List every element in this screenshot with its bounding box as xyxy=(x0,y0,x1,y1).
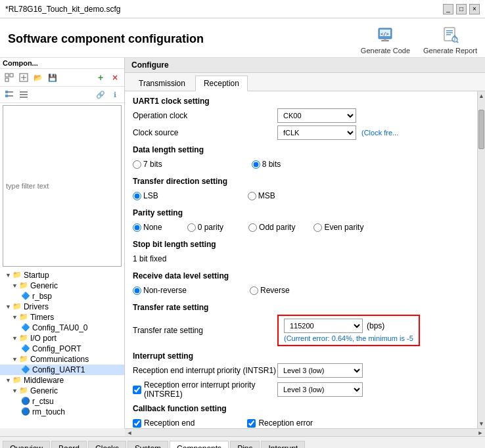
tree-item-middleware[interactable]: ▼ 📁 Middleware xyxy=(0,375,124,386)
tab-clocks[interactable]: Clocks xyxy=(88,441,126,448)
radio-reverse-label: Reverse xyxy=(260,286,290,295)
tree-item-communications[interactable]: ▼ 📁 Communications xyxy=(0,354,124,365)
svg-line-10 xyxy=(457,41,458,43)
tree-item-generic-middleware[interactable]: ▼ 📁 Generic xyxy=(0,386,124,396)
tab-board[interactable]: Board xyxy=(51,441,87,448)
interrupt-error-checkbox[interactable] xyxy=(133,386,141,394)
tab-transmission[interactable]: Transmission xyxy=(130,76,194,91)
callback-reception-end-checkbox[interactable] xyxy=(133,419,141,428)
list-view-btn[interactable] xyxy=(17,88,30,101)
hscroll-left-arrow[interactable]: ◄ xyxy=(125,429,134,437)
radio-8bits-input[interactable] xyxy=(252,160,260,169)
svg-rect-19 xyxy=(5,95,8,97)
radio-non-reverse-input[interactable] xyxy=(133,286,141,295)
generate-report-button[interactable]: Generate Report xyxy=(423,24,477,55)
tab-pins[interactable]: Pins xyxy=(230,441,260,448)
tree-item-startup[interactable]: ▼ 📁 Startup xyxy=(0,270,124,280)
radio-reverse[interactable]: Reverse xyxy=(250,286,290,295)
radio-odd-input[interactable] xyxy=(248,223,257,232)
callback-reception-error-label[interactable]: Reception error xyxy=(247,418,313,428)
tab-overview[interactable]: Overview xyxy=(3,441,50,448)
tree-label-mw-generic: Generic xyxy=(30,386,58,395)
info-btn[interactable]: ℹ xyxy=(108,88,122,101)
clock-freq-link[interactable]: (Clock fre... xyxy=(361,129,398,137)
radio-0parity[interactable]: 0 parity xyxy=(187,223,223,232)
title-bar-text: *RL78G16_Touch_kit_demo.scfg xyxy=(5,5,443,14)
interrupt-end-control: Level 3 (low) Level 2 Level 1 Level 0 (h… xyxy=(277,363,469,378)
transfer-rate-select[interactable]: 9600 19200 38400 57600 115200 230400 xyxy=(284,319,363,333)
tree-item-rbsp[interactable]: 🔷 r_bsp xyxy=(0,291,124,302)
radio-none[interactable]: None xyxy=(133,223,162,232)
svg-rect-12 xyxy=(10,74,13,77)
tree-item-rctsu[interactable]: 🔵 r_ctsu xyxy=(0,396,124,407)
callback-reception-error-checkbox[interactable] xyxy=(247,419,256,428)
configure-tabs: Transmission Reception xyxy=(125,73,485,91)
tree-item-drivers[interactable]: ▼ 📁 Drivers xyxy=(0,302,124,312)
tree-view-btn[interactable] xyxy=(3,88,16,101)
minimize-btn[interactable]: _ xyxy=(443,4,453,14)
interrupt-end-select[interactable]: Level 3 (low) Level 2 Level 1 Level 0 (h… xyxy=(277,363,363,378)
scrollbar-up-arrow[interactable]: ▲ xyxy=(478,91,485,101)
tab-reception[interactable]: Reception xyxy=(195,76,248,91)
radio-non-reverse[interactable]: Non-reverse xyxy=(133,286,187,295)
hscroll-right-arrow[interactable]: ► xyxy=(476,429,485,437)
sidebar-remove-btn[interactable]: × xyxy=(108,71,122,84)
file-icon: 🔵 xyxy=(21,407,30,416)
interrupt-error-checkbox-label[interactable]: Reception error interrupt priority (INTS… xyxy=(133,380,277,399)
radio-even[interactable]: Even parity xyxy=(313,223,363,232)
tree-label-rctsu: r_ctsu xyxy=(32,397,54,406)
tree-item-config-uart1[interactable]: 🔷 Config_UART1 xyxy=(0,365,124,375)
radio-0parity-input[interactable] xyxy=(187,223,196,232)
tab-interrupt[interactable]: Interrupt xyxy=(261,441,305,448)
expand-generic-icon: ▼ xyxy=(12,282,18,289)
tree-item-config-port[interactable]: 🔷 Config_PORT xyxy=(0,344,124,354)
operation-clock-row: Operation clock CK00 CK01 CK02 xyxy=(133,108,469,123)
radio-lsb-input[interactable] xyxy=(133,192,141,200)
tree-label-drivers: Drivers xyxy=(24,302,49,311)
clock-source-select[interactable]: fCLK fIH xyxy=(277,125,356,140)
tab-system[interactable]: System xyxy=(127,441,168,448)
folder-icon: 📁 xyxy=(19,334,28,342)
configure-header: Configure xyxy=(125,58,485,73)
scrollbar-thumb[interactable] xyxy=(478,110,484,149)
expand-middleware-icon: ▼ xyxy=(5,377,11,384)
radio-7bits-input[interactable] xyxy=(133,160,141,169)
parity-radio-group: None 0 parity Odd parity xyxy=(133,223,363,232)
tab-components[interactable]: Components xyxy=(170,441,229,448)
transfer-rate-error: (Current error: 0.64%, the minimum is -5 xyxy=(284,334,413,342)
uart-clock-title: UART1 clock setting xyxy=(133,97,469,106)
sidebar-add-btn[interactable]: + xyxy=(94,71,107,84)
sidebar-expand-btn[interactable] xyxy=(17,71,30,84)
sidebar-open-btn[interactable]: 📂 xyxy=(32,71,45,84)
filter-input[interactable] xyxy=(3,105,122,267)
callback-reception-end-label[interactable]: Reception end xyxy=(133,418,195,428)
radio-even-input[interactable] xyxy=(313,223,322,232)
radio-8bits[interactable]: 8 bits xyxy=(252,160,281,169)
radio-lsb[interactable]: LSB xyxy=(133,191,158,200)
interrupt-error-select[interactable]: Level 3 (low) Level 2 xyxy=(277,382,363,397)
radio-none-input[interactable] xyxy=(133,223,141,232)
tree-item-ioport[interactable]: ▼ 📁 I/O port xyxy=(0,333,124,344)
maximize-btn[interactable]: □ xyxy=(456,4,467,14)
radio-msb[interactable]: MSB xyxy=(248,191,275,200)
sidebar-save-btn[interactable]: 💾 xyxy=(46,71,59,84)
generate-code-button[interactable]: </> Generate Code xyxy=(361,24,410,55)
sidebar-collapse-btn[interactable] xyxy=(3,71,16,84)
radio-7bits[interactable]: 7 bits xyxy=(133,160,162,169)
scrollbar-down-arrow[interactable]: ▼ xyxy=(478,419,485,428)
radio-even-label: Even parity xyxy=(324,223,363,232)
vertical-scrollbar[interactable]: ▲ ▼ xyxy=(477,91,485,428)
tree-item-timers[interactable]: ▼ 📁 Timers xyxy=(0,312,124,323)
radio-reverse-input[interactable] xyxy=(250,286,258,295)
svg-text:</>: </> xyxy=(381,32,389,37)
tree-item-config-tau[interactable]: 🔷 Config_TAU0_0 xyxy=(0,323,124,333)
operation-clock-select[interactable]: CK00 CK01 CK02 xyxy=(277,108,356,123)
tree-item-rmtouch[interactable]: 🔵 rm_touch xyxy=(0,407,124,417)
callback-reception-end-text: Reception end xyxy=(144,418,195,428)
tree-item-generic-startup[interactable]: ▼ 📁 Generic xyxy=(0,280,124,291)
section-parity: Parity setting None 0 parity xyxy=(133,208,469,235)
close-btn[interactable]: × xyxy=(469,4,480,14)
link-btn[interactable]: 🔗 xyxy=(94,88,107,101)
radio-msb-input[interactable] xyxy=(248,192,256,200)
radio-odd[interactable]: Odd parity xyxy=(248,223,295,232)
